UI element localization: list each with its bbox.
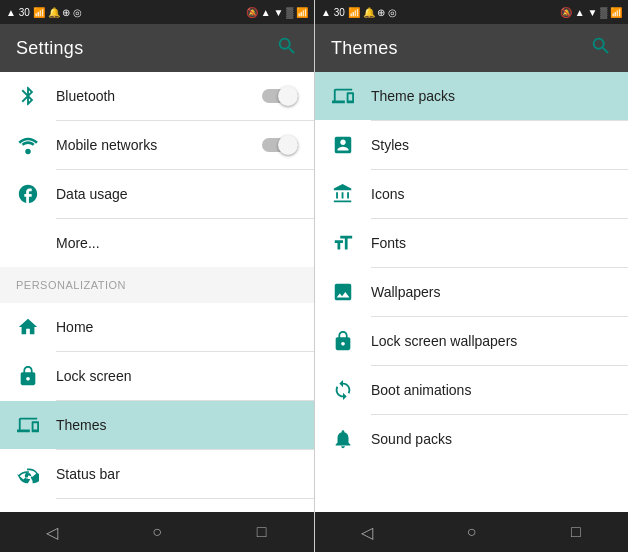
home-icon [16,315,40,339]
wallpapers-label: Wallpapers [371,284,612,300]
svg-point-0 [25,149,31,155]
status-bar-right: 🔕 ▲ ▼ ▒ 📶 [246,7,308,18]
bluetooth-icon [16,84,40,108]
more-label: More... [56,235,298,251]
sound-packs-icon [331,427,355,451]
right-header-title: Themes [331,38,398,59]
left-item-themes[interactable]: Themes [0,401,314,449]
right-status-right-icons: 🔕 ▲ ▼ ▒ 📶 [560,7,622,18]
left-item-mobile-networks[interactable]: Mobile networks [0,121,314,169]
status-icons: 📶 🔔 ⊕ ◎ [33,7,82,18]
notification-drawer-icon [16,511,40,512]
left-nav-back[interactable]: ◁ [32,512,72,552]
boot-animations-label: Boot animations [371,382,612,398]
left-item-lock-screen[interactable]: Lock screen [0,352,314,400]
mobile-networks-toggle[interactable] [262,135,298,155]
sound-packs-label: Sound packs [371,431,612,447]
left-item-status-bar[interactable]: Status bar [0,450,314,498]
data-usage-icon [16,182,40,206]
icons-icon [331,182,355,206]
styles-icon [331,133,355,157]
right-status-bar: ▲ 30 📶 🔔 ⊕ ◎ 🔕 ▲ ▼ ▒ 📶 [315,0,628,24]
theme-packs-icon [331,84,355,108]
toggle-thumb [278,86,298,106]
status-time: ▲ 30 [6,7,30,18]
lock-screen-icon [16,364,40,388]
left-status-bar: ▲ 30 📶 🔔 ⊕ ◎ 🔕 ▲ ▼ ▒ 📶 [0,0,314,24]
right-status-icons: 📶 🔔 ⊕ ◎ [348,7,397,18]
left-nav-home[interactable]: ○ [137,512,177,552]
data-usage-label: Data usage [56,186,298,202]
left-header: Settings [0,24,314,72]
status-bar-left: ▲ 30 📶 🔔 ⊕ ◎ [6,7,82,18]
status-bar-icon [16,462,40,486]
left-item-more[interactable]: More... [0,219,314,267]
right-item-styles[interactable]: Styles [315,121,628,169]
icons-label: Icons [371,186,612,202]
right-status-bar-left: ▲ 30 📶 🔔 ⊕ ◎ [321,7,397,18]
left-panel: ▲ 30 📶 🔔 ⊕ ◎ 🔕 ▲ ▼ ▒ 📶 Settings Bluetoot… [0,0,314,552]
lock-screen-label: Lock screen [56,368,298,384]
right-status-time: ▲ 30 [321,7,345,18]
right-nav-back[interactable]: ◁ [347,512,387,552]
right-header: Themes [315,24,628,72]
right-item-wallpapers[interactable]: Wallpapers [315,268,628,316]
toggle-thumb [278,135,298,155]
right-item-lock-screen-wallpapers[interactable]: Lock screen wallpapers [315,317,628,365]
left-item-home[interactable]: Home [0,303,314,351]
left-search-icon[interactable] [276,35,298,62]
left-nav-bar: ◁ ○ □ [0,512,314,552]
mobile-networks-icon [16,133,40,157]
left-item-data-usage[interactable]: Data usage [0,170,314,218]
fonts-label: Fonts [371,235,612,251]
themes-label: Themes [56,417,298,433]
section-personalization: PERSONALIZATION [0,267,314,303]
mobile-networks-label: Mobile networks [56,137,262,153]
bluetooth-toggle[interactable] [262,86,298,106]
home-label: Home [56,319,298,335]
section-personalization-label: PERSONALIZATION [16,279,126,291]
right-item-fonts[interactable]: Fonts [315,219,628,267]
right-item-icons[interactable]: Icons [315,170,628,218]
right-item-boot-animations[interactable]: Boot animations [315,366,628,414]
right-item-sound-packs[interactable]: Sound packs [315,415,628,463]
lock-screen-wallpapers-label: Lock screen wallpapers [371,333,612,349]
status-right-icons: 🔕 ▲ ▼ ▒ 📶 [246,7,308,18]
left-list: Bluetooth Mobile networks [0,72,314,512]
right-list: Theme packs Styles Icons Fonts [315,72,628,512]
left-item-bluetooth[interactable]: Bluetooth [0,72,314,120]
right-panel: ▲ 30 📶 🔔 ⊕ ◎ 🔕 ▲ ▼ ▒ 📶 Themes Theme pack… [314,0,628,552]
right-nav-bar: ◁ ○ □ [315,512,628,552]
right-status-bar-right: 🔕 ▲ ▼ ▒ 📶 [560,7,622,18]
left-header-title: Settings [16,38,83,59]
styles-label: Styles [371,137,612,153]
fonts-icon [331,231,355,255]
wallpapers-icon [331,280,355,304]
themes-icon [16,413,40,437]
right-item-theme-packs[interactable]: Theme packs [315,72,628,120]
left-nav-recents[interactable]: □ [242,512,282,552]
status-bar-label: Status bar [56,466,298,482]
bluetooth-label: Bluetooth [56,88,262,104]
right-nav-recents[interactable]: □ [556,512,596,552]
lock-screen-wallpapers-icon [331,329,355,353]
boot-animations-icon [331,378,355,402]
right-search-icon[interactable] [590,35,612,62]
left-item-notification-drawer[interactable]: Notification drawer [0,499,314,512]
theme-packs-label: Theme packs [371,88,612,104]
right-nav-home[interactable]: ○ [451,512,491,552]
